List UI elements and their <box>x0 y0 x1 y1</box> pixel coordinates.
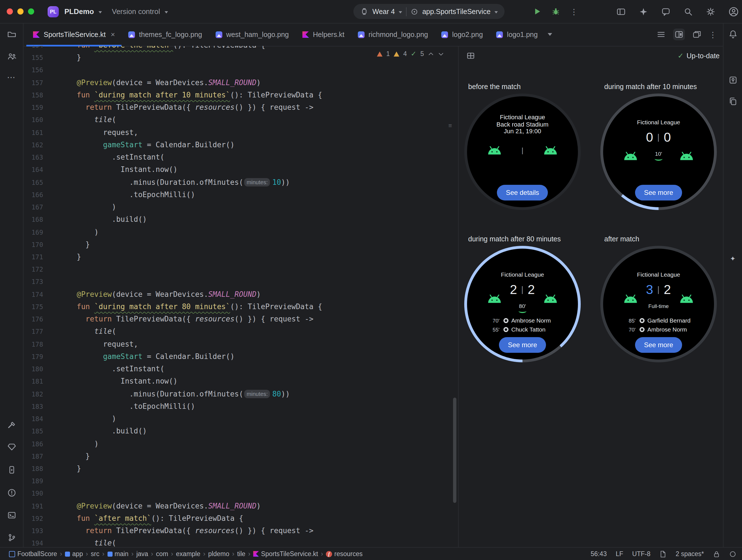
breadcrumb-java[interactable]: java <box>137 551 148 557</box>
code-line-186[interactable]: 186 ) <box>23 438 451 450</box>
terminal-icon[interactable] <box>7 511 16 520</box>
code-line-185[interactable]: 185 .build() <box>23 425 451 438</box>
code-line-188[interactable]: 188} <box>23 463 451 475</box>
code-line-170[interactable]: 170 } <box>23 239 451 251</box>
resource-manager-icon[interactable] <box>7 443 16 451</box>
code-line-160[interactable]: 160 tile( <box>23 114 451 126</box>
window-close-button[interactable] <box>7 8 13 14</box>
tab-overflow-chevron[interactable] <box>548 33 552 36</box>
running-devices-icon[interactable] <box>7 465 16 474</box>
line-separator[interactable]: LF <box>616 551 623 557</box>
code-line-171[interactable]: 171} <box>23 251 451 263</box>
breadcrumb-main[interactable]: main <box>107 551 128 557</box>
indent-setting[interactable]: 2 spaces* <box>676 551 704 557</box>
next-issue-chevron[interactable] <box>438 51 444 57</box>
breadcrumb-tile[interactable]: tile <box>237 551 245 557</box>
device-manager-icon[interactable] <box>728 75 737 85</box>
see-more-button[interactable]: See more <box>499 337 546 353</box>
code-editor[interactable]: 154fun `before the match`(): TilePreview… <box>23 46 458 548</box>
breadcrumb-pldemo[interactable]: pldemo <box>208 551 229 557</box>
code-line-169[interactable]: 169 ) <box>23 226 451 238</box>
code-line-192[interactable]: 192fun `after match`(): TilePreviewData … <box>23 512 451 525</box>
code-line-193[interactable]: 193 return TilePreviewData({ resources()… <box>23 525 451 537</box>
device-file-explorer-icon[interactable] <box>728 97 737 106</box>
debug-button[interactable] <box>551 7 560 16</box>
tab-options-button[interactable]: ⋮ <box>709 31 717 38</box>
code-line-176[interactable]: 176 return TilePreviewData({ resources()… <box>23 313 451 325</box>
project-folder-icon[interactable] <box>7 30 16 39</box>
code-line-191[interactable]: 191@Preview(device = WearDevices.SMALL_R… <box>23 500 451 512</box>
code-line-165[interactable]: 165 .minus(Duration.ofMinutes(minutes:10… <box>23 176 451 189</box>
breadcrumb-FootballScore[interactable]: FootballScore <box>9 551 57 557</box>
code-line-190[interactable]: 190 <box>23 488 451 500</box>
code-with-me-icon[interactable] <box>661 7 670 16</box>
gemini-icon[interactable]: ✦ <box>730 255 736 263</box>
tab-logo2.png[interactable]: logo2.png <box>435 23 490 46</box>
code-line-168[interactable]: 168 .build() <box>23 214 451 226</box>
editor-list-icon[interactable] <box>657 30 665 39</box>
tab-logo1.png[interactable]: logo1.png <box>490 23 545 46</box>
run-button[interactable] <box>534 7 541 16</box>
code-line-175[interactable]: 175fun `during match after 80 minutes`()… <box>23 301 451 313</box>
breadcrumb-resources[interactable]: fresources <box>326 551 363 557</box>
breadcrumb-com[interactable]: com <box>156 551 168 557</box>
see-more-button[interactable]: See more <box>635 185 682 201</box>
code-line-179[interactable]: 179 gameStart = Calendar.Builder() <box>23 351 451 363</box>
passed-count[interactable]: 5 <box>420 50 424 57</box>
search-icon[interactable] <box>684 7 693 16</box>
code-line-156[interactable]: 156 <box>23 64 451 77</box>
preview-layout-icon[interactable] <box>467 52 475 60</box>
notifications-bell-icon[interactable] <box>728 30 737 39</box>
editor-scrollbar[interactable] <box>453 398 457 503</box>
project-selector[interactable]: PLDemo <box>64 7 94 16</box>
code-line-174[interactable]: 174@Preview(device = WearDevices.SMALL_R… <box>23 288 451 300</box>
breadcrumb-example[interactable]: example <box>176 551 201 557</box>
code-line-173[interactable]: 173 <box>23 276 451 288</box>
ai-assistant-icon[interactable] <box>639 7 648 16</box>
split-editor-active-box[interactable] <box>673 29 685 40</box>
code-line-183[interactable]: 183 .toEpochMilli() <box>23 400 451 413</box>
structure-icon[interactable] <box>7 52 16 61</box>
code-line-163[interactable]: 163 .setInstant( <box>23 151 451 163</box>
code-line-159[interactable]: 159 return TilePreviewData({ resources()… <box>23 101 451 114</box>
file-encoding[interactable]: UTF-8 <box>632 551 650 557</box>
breadcrumb-app[interactable]: app <box>65 551 83 557</box>
code-line-157[interactable]: 157@Preview(device = WearDevices.SMALL_R… <box>23 77 451 89</box>
user-avatar[interactable] <box>729 6 739 16</box>
window-maximize-button[interactable] <box>28 8 34 14</box>
previous-issue-chevron[interactable] <box>428 51 434 57</box>
more-actions-button[interactable]: ⋮ <box>570 8 578 15</box>
tab-richmond_logo.png[interactable]: richmond_logo.png <box>351 23 435 46</box>
warning-count[interactable]: 4 <box>403 50 407 57</box>
code-line-167[interactable]: 167 ) <box>23 201 451 213</box>
file-icon[interactable] <box>659 550 667 557</box>
more-tool-windows-icon[interactable]: ⋯ <box>7 72 16 82</box>
code-line-172[interactable]: 172 <box>23 263 451 275</box>
code-line-162[interactable]: 162 gameStart = Calendar.Builder() <box>23 139 451 151</box>
float-window-icon[interactable] <box>693 30 701 39</box>
see-more-button[interactable]: See more <box>635 337 682 353</box>
code-line-166[interactable]: 166 .toEpochMilli() <box>23 189 451 201</box>
caret-position[interactable]: 56:43 <box>590 551 607 557</box>
tab-themes_fc_logo.png[interactable]: themes_fc_logo.png <box>122 23 209 46</box>
code-line-177[interactable]: 177 tile( <box>23 326 451 338</box>
code-line-180[interactable]: 180 .setInstant( <box>23 363 451 375</box>
device-selector[interactable]: Wear 4 <box>372 8 395 15</box>
code-line-184[interactable]: 184 ) <box>23 413 451 425</box>
error-count[interactable]: 1 <box>386 50 390 57</box>
code-line-161[interactable]: 161 request, <box>23 126 451 139</box>
settings-icon[interactable] <box>706 7 715 16</box>
code-line-187[interactable]: 187 } <box>23 450 451 462</box>
window-minimize-button[interactable] <box>17 8 23 14</box>
run-config-selector[interactable]: app.SportsTileService <box>422 8 490 15</box>
close-tab-button[interactable]: × <box>111 30 115 39</box>
tab-Helpers.kt[interactable]: Helpers.kt <box>296 23 352 46</box>
code-line-194[interactable]: 194 tile( <box>23 537 451 548</box>
breadcrumb-SportsTileService.kt[interactable]: SportsTileService.kt <box>253 551 318 557</box>
code-line-181[interactable]: 181 Instant.now() <box>23 375 451 388</box>
code-line-158[interactable]: 158fun `during match after 10 minutes`()… <box>23 89 451 101</box>
code-line-189[interactable]: 189 <box>23 475 451 487</box>
version-control-icon[interactable] <box>7 533 16 542</box>
breadcrumb-src[interactable]: src <box>91 551 99 557</box>
build-icon[interactable] <box>7 420 16 429</box>
